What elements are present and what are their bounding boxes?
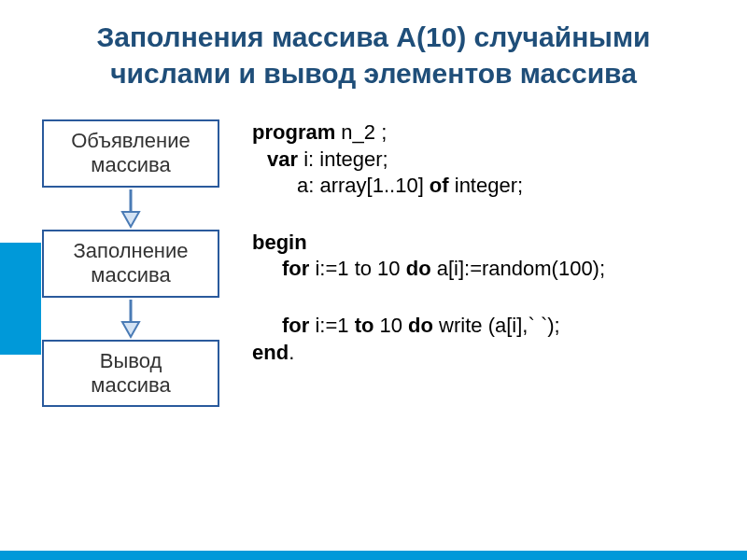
kw-begin: begin [252, 231, 307, 254]
box-declare: Объявление массива [42, 119, 219, 188]
kw-var: var [267, 147, 298, 171]
code-text: integer; [449, 174, 524, 197]
code-text: a: array[1..10] [297, 174, 430, 197]
kw-program: program [252, 120, 335, 144]
code-text: write (a[i],` `); [433, 314, 560, 337]
code-text: a[i]:=random(100); [431, 257, 605, 280]
kw-do: do [408, 314, 433, 337]
flowchart-column: Объявление массива Заполнение массива Вы… [37, 119, 224, 407]
kw-for: for [282, 257, 309, 280]
box-output: Вывод массива [42, 340, 219, 408]
code-output: for i:=1 to 10 do write (a[i],` `); end. [252, 313, 605, 366]
box-declare-line2: массива [91, 153, 170, 176]
code-text: i:=1 [309, 314, 354, 337]
slide-title: Заполнения массива А(10) случайными числ… [0, 0, 747, 101]
box-declare-line1: Объявление [71, 129, 190, 152]
code-column: program n_2 ; var i: integer; a: array[1… [252, 119, 605, 407]
svg-marker-1 [122, 212, 139, 227]
kw-end: end [252, 341, 289, 364]
arrow-down-icon [117, 298, 145, 340]
code-text: 10 [374, 314, 408, 337]
svg-marker-3 [122, 322, 139, 337]
code-line-5: for i:=1 to 10 do a[i]:=random(100); [252, 256, 605, 283]
code-fill: begin for i:=1 to 10 do a[i]:=random(100… [252, 230, 605, 283]
title-line-2: числами и вывод элементов массива [110, 58, 637, 89]
kw-to: to [355, 314, 374, 337]
title-line-1: Заполнения массива А(10) случайными [96, 21, 650, 52]
code-line-2: var i: integer; [252, 147, 605, 174]
box-fill-line2: массива [91, 263, 170, 287]
sidebar-accent [0, 243, 41, 355]
kw-of: of [430, 174, 449, 197]
content-area: Объявление массива Заполнение массива Вы… [0, 101, 747, 407]
bottom-accent [0, 551, 747, 560]
code-text: . [289, 341, 294, 364]
arrow-down-icon [117, 188, 145, 230]
code-line-3: a: array[1..10] of integer; [252, 173, 605, 200]
code-line-1: program n_2 ; [252, 119, 605, 147]
box-fill-line1: Заполнение [73, 239, 188, 262]
kw-for: for [282, 314, 309, 337]
code-text: i: integer; [298, 147, 388, 171]
code-line-4: begin [252, 230, 605, 257]
box-output-line2: массива [91, 373, 170, 397]
code-line-7: end. [252, 340, 605, 367]
code-declare: program n_2 ; var i: integer; a: array[1… [252, 119, 605, 200]
kw-do: do [406, 257, 431, 280]
arrow-1 [117, 188, 145, 230]
box-fill: Заполнение массива [42, 230, 219, 298]
code-text: n_2 ; [335, 120, 387, 144]
code-line-6: for i:=1 to 10 do write (a[i],` `); [252, 313, 605, 340]
arrow-2 [117, 298, 145, 340]
code-text: i:=1 to 10 [309, 257, 405, 280]
box-output-line1: Вывод [100, 349, 162, 372]
